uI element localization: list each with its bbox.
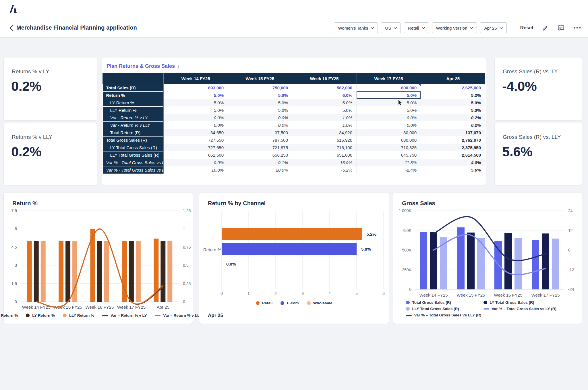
filter-label: Retail <box>408 26 419 30</box>
grid-corner-cell <box>103 73 164 84</box>
ellipsis-icon <box>573 27 581 29</box>
page-title: Merchandise Financial Planning applicati… <box>16 24 137 31</box>
dot-swatch-icon <box>256 301 260 305</box>
filter-dropdown-3[interactable]: Working Version <box>432 22 477 33</box>
more-options-button[interactable] <box>573 27 581 29</box>
grid-cell: 20.0% <box>228 166 292 174</box>
grid-cell: 0.0% <box>164 114 228 121</box>
return-pct-chart: 01.534.567.500.250.50.7511.25Week 14 FY2… <box>4 193 193 324</box>
svg-text:24: 24 <box>568 208 573 213</box>
legend-item[interactable]: Return % <box>0 313 18 318</box>
grid-cell[interactable]: 750,000 <box>228 84 292 91</box>
svg-text:750K: 750K <box>402 228 411 233</box>
legend-item[interactable]: LY Return % <box>26 313 55 318</box>
grid-cell: 34,650 <box>164 129 228 136</box>
legend-item[interactable]: Var % – Total Gross Sales vs LY (R) <box>483 307 570 311</box>
svg-text:0: 0 <box>183 299 185 304</box>
grid-cell[interactable]: 2,625,000 <box>421 84 485 91</box>
grid-cell: 0.2% <box>421 121 485 129</box>
grid-cell: 34,920 <box>292 129 357 136</box>
svg-text:0: 0 <box>15 299 17 304</box>
line-swatch-icon <box>155 315 160 316</box>
reset-button[interactable]: Reset <box>520 25 533 31</box>
grid-cell[interactable]: 582,000 <box>292 84 357 91</box>
grid-cell[interactable]: 5.0% <box>357 91 421 99</box>
grid-cell[interactable]: 5.0% <box>228 91 292 99</box>
svg-text:1 000K: 1 000K <box>399 208 412 213</box>
legend-item[interactable]: Retail <box>256 301 273 305</box>
svg-text:12: 12 <box>568 228 573 233</box>
grid-cell: 630,000 <box>357 136 421 144</box>
legend-item[interactable]: LLY Return % <box>63 313 94 318</box>
grid-row: Total Return (R)34,65037,50034,92030,000… <box>103 129 485 136</box>
back-button[interactable] <box>7 24 15 32</box>
plan-returns-grid: Week 14 FY25Week 15 FY25Week 16 FY25Week… <box>102 73 485 174</box>
grid-column-header: Week 14 FY25 <box>164 73 228 84</box>
legend-item[interactable]: Var % – Total Gross Sales vs LLY (R) <box>406 313 478 317</box>
grid-cell[interactable]: 6.0% <box>292 91 357 99</box>
svg-text:0.5: 0.5 <box>183 263 189 268</box>
svg-text:2: 2 <box>274 291 277 296</box>
legend-item[interactable]: E-com <box>281 301 299 305</box>
legend-label: Total Gross Sales (R) <box>412 300 451 305</box>
grid-cell: 1.0% <box>292 114 357 121</box>
filter-dropdown-2[interactable]: Retail <box>404 22 429 33</box>
edit-button[interactable] <box>542 24 549 32</box>
grid-cell: -5.2% <box>292 166 357 174</box>
svg-text:Week 17 FY25: Week 17 FY25 <box>531 293 560 297</box>
grid-cell: 716,100 <box>292 144 357 151</box>
grid-cell: 1.0% <box>292 121 357 129</box>
grid-cell: 5.0% <box>421 99 485 106</box>
kpi-card-gross-sales-v-ly: Gross Sales (R) vs. LY -4.0% <box>495 57 582 120</box>
grid-cell: 0.0% <box>228 121 292 129</box>
chevron-right-icon: › <box>178 63 179 69</box>
legend-label: E-com <box>287 301 299 305</box>
kpi-title: Returns % v LLY <box>12 134 97 140</box>
filter-dropdown-4[interactable]: Apr 25 <box>480 22 506 33</box>
grid-row-header: LY Return % <box>103 99 164 106</box>
legend-item[interactable]: LY Total Gross Sales (R) <box>483 300 570 305</box>
grid-row: Var % - Total Gross Sales vs LL...10.0%2… <box>103 166 485 174</box>
grid-cell: 137,070 <box>421 129 485 136</box>
grid-cell: 656,250 <box>228 151 292 159</box>
grid-cell: 5.2% <box>421 91 485 99</box>
filter-dropdown-0[interactable]: Women's Tanks <box>334 22 378 33</box>
comments-button[interactable] <box>557 24 565 32</box>
svg-text:1.5: 1.5 <box>11 281 17 286</box>
chevron-left-icon <box>9 25 13 31</box>
anaplan-logo-icon <box>9 4 18 15</box>
grid-cell[interactable]: 5.0% <box>164 91 228 99</box>
legend-item[interactable]: Total Gross Sales (R) <box>406 300 478 305</box>
svg-text:0.25: 0.25 <box>183 281 191 286</box>
plan-returns-grid-card: Plan Returns & Gross Sales › Week 14 FY2… <box>102 57 486 185</box>
filter-label: Working Version <box>436 26 467 30</box>
line-swatch-icon <box>406 315 412 316</box>
grid-row-header: LLY Return % <box>103 106 164 114</box>
svg-text:0: 0 <box>409 287 411 292</box>
grid-cell: 5.0% <box>164 106 228 114</box>
svg-text:1: 1 <box>247 291 250 296</box>
legend-item[interactable]: Var – Return % v LLY <box>155 313 202 318</box>
grid-column-header: Week 15 FY25 <box>228 73 292 84</box>
grid-row: Var - Return % v LLY0.0%0.0%1.0%0.0%0.2% <box>103 121 485 129</box>
legend-item[interactable]: LLY Total Gross Sales (R) <box>406 307 478 311</box>
legend-label: Var % – Total Gross Sales vs LY (R) <box>492 307 557 311</box>
grid-cell: 5.0% <box>357 99 421 106</box>
gross-sales-chart-card: Gross Sales 0250K500K750K1 000K-24-12012… <box>393 193 582 324</box>
grid-drill-link[interactable]: Plan Returns & Gross Sales › <box>107 63 179 69</box>
grid-cell: 0.0% <box>357 114 421 121</box>
svg-text:0.75: 0.75 <box>183 245 191 249</box>
legend-item[interactable]: Var – Return % v LY <box>102 313 147 318</box>
grid-cell[interactable]: 693,000 <box>164 84 228 91</box>
grid-row: Return %5.0%5.0%6.0%5.0%5.2% <box>103 91 485 99</box>
grid-cell[interactable]: 600,000 <box>357 84 421 91</box>
grid-row-header: Var - Return % v LY <box>103 114 164 121</box>
svg-text:3: 3 <box>301 291 304 296</box>
legend-item[interactable]: Wholesale <box>307 301 332 305</box>
svg-text:6: 6 <box>382 291 385 296</box>
filter-dropdown-1[interactable]: US <box>381 22 401 33</box>
kpi-title: Gross Sales (R) vs. LLY <box>503 134 582 140</box>
grid-row-header: Var - Return % v LLY <box>103 121 164 129</box>
return-by-channel-legend: RetailE-comWholesale <box>199 301 389 305</box>
dot-swatch-icon <box>26 314 30 317</box>
